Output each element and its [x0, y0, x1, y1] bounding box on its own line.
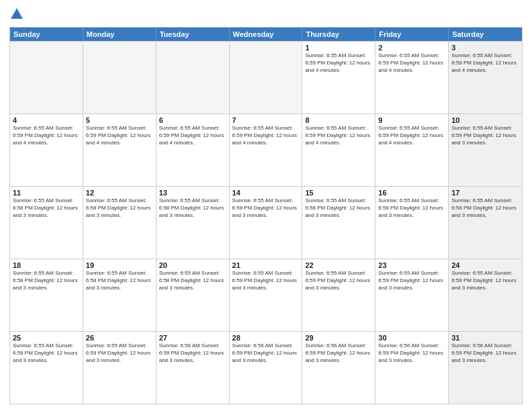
weekday-header: Tuesday [157, 28, 230, 41]
calendar-cell [230, 42, 303, 113]
day-number: 24 [451, 261, 519, 269]
cell-info: Sunrise: 6:55 AM Sunset: 6:59 PM Dayligh… [451, 125, 519, 146]
calendar-cell: 4Sunrise: 6:55 AM Sunset: 6:59 PM Daylig… [10, 114, 83, 186]
cell-info: Sunrise: 6:55 AM Sunset: 6:58 PM Dayligh… [305, 197, 372, 219]
day-number: 11 [13, 189, 80, 197]
day-number: 22 [305, 261, 372, 269]
calendar-cell: 25Sunrise: 6:55 AM Sunset: 6:59 PM Dayli… [10, 332, 83, 404]
day-number: 14 [232, 189, 300, 197]
calendar-cell: 30Sunrise: 6:56 AM Sunset: 6:59 PM Dayli… [375, 332, 449, 404]
day-number: 12 [86, 189, 153, 197]
cell-info: Sunrise: 6:55 AM Sunset: 6:59 PM Dayligh… [13, 125, 80, 146]
day-number: 1 [305, 44, 372, 52]
day-number: 31 [451, 334, 519, 342]
weekday-header: Saturday [449, 28, 522, 41]
calendar-row: 4Sunrise: 6:55 AM Sunset: 6:59 PM Daylig… [10, 113, 522, 186]
calendar-cell: 18Sunrise: 6:55 AM Sunset: 6:58 PM Dayli… [10, 259, 83, 331]
cell-info: Sunrise: 6:55 AM Sunset: 6:58 PM Dayligh… [159, 197, 226, 219]
cell-info: Sunrise: 6:56 AM Sunset: 6:59 PM Dayligh… [232, 342, 300, 364]
day-number: 29 [305, 334, 372, 342]
cell-info: Sunrise: 6:55 AM Sunset: 6:59 PM Dayligh… [451, 270, 519, 291]
day-number: 4 [13, 116, 80, 124]
cell-info: Sunrise: 6:55 AM Sunset: 6:59 PM Dayligh… [86, 342, 153, 364]
cell-info: Sunrise: 6:55 AM Sunset: 6:58 PM Dayligh… [451, 197, 519, 219]
weekday-header: Sunday [10, 28, 83, 41]
cell-info: Sunrise: 6:55 AM Sunset: 6:59 PM Dayligh… [378, 125, 445, 146]
cell-info: Sunrise: 6:55 AM Sunset: 6:59 PM Dayligh… [232, 125, 300, 146]
calendar-row: 25Sunrise: 6:55 AM Sunset: 6:59 PM Dayli… [10, 331, 522, 404]
day-number: 7 [232, 116, 300, 124]
calendar-cell: 16Sunrise: 6:55 AM Sunset: 6:58 PM Dayli… [375, 187, 449, 259]
calendar-cell: 17Sunrise: 6:55 AM Sunset: 6:58 PM Dayli… [449, 187, 522, 259]
calendar-cell: 22Sunrise: 6:55 AM Sunset: 6:59 PM Dayli… [302, 259, 375, 331]
calendar-cell: 29Sunrise: 6:56 AM Sunset: 6:59 PM Dayli… [302, 332, 375, 404]
calendar-cell: 26Sunrise: 6:55 AM Sunset: 6:59 PM Dayli… [83, 332, 157, 404]
day-number: 17 [451, 189, 519, 197]
day-number: 13 [159, 189, 226, 197]
day-number: 8 [305, 116, 372, 124]
cell-info: Sunrise: 6:55 AM Sunset: 6:59 PM Dayligh… [13, 342, 80, 364]
weekday-header: Friday [375, 28, 449, 41]
day-number: 2 [378, 44, 445, 52]
calendar-row: 18Sunrise: 6:55 AM Sunset: 6:58 PM Dayli… [10, 259, 522, 331]
day-number: 19 [86, 261, 153, 269]
calendar-cell: 9Sunrise: 6:55 AM Sunset: 6:59 PM Daylig… [375, 114, 449, 186]
day-number: 18 [13, 261, 80, 269]
day-number: 28 [232, 334, 300, 342]
cell-info: Sunrise: 6:56 AM Sunset: 6:59 PM Dayligh… [451, 342, 519, 364]
day-number: 23 [378, 261, 445, 269]
cell-info: Sunrise: 6:55 AM Sunset: 6:58 PM Dayligh… [232, 197, 300, 219]
calendar-cell: 8Sunrise: 6:55 AM Sunset: 6:59 PM Daylig… [302, 114, 375, 186]
calendar-cell: 11Sunrise: 6:55 AM Sunset: 6:58 PM Dayli… [10, 187, 83, 259]
calendar-cell: 12Sunrise: 6:55 AM Sunset: 6:58 PM Dayli… [83, 187, 157, 259]
day-number: 9 [378, 116, 445, 124]
calendar-body: 1Sunrise: 6:55 AM Sunset: 6:59 PM Daylig… [10, 41, 522, 404]
cell-info: Sunrise: 6:55 AM Sunset: 6:58 PM Dayligh… [13, 197, 80, 219]
day-number: 6 [159, 116, 226, 124]
cell-info: Sunrise: 6:55 AM Sunset: 6:59 PM Dayligh… [232, 270, 300, 291]
calendar-cell: 20Sunrise: 6:55 AM Sunset: 6:58 PM Dayli… [157, 259, 230, 331]
cell-info: Sunrise: 6:56 AM Sunset: 6:59 PM Dayligh… [378, 342, 445, 364]
calendar-cell: 14Sunrise: 6:55 AM Sunset: 6:58 PM Dayli… [230, 187, 303, 259]
calendar-cell: 5Sunrise: 6:55 AM Sunset: 6:59 PM Daylig… [83, 114, 157, 186]
cell-info: Sunrise: 6:55 AM Sunset: 6:59 PM Dayligh… [451, 52, 519, 74]
day-number: 27 [159, 334, 226, 342]
cell-info: Sunrise: 6:55 AM Sunset: 6:58 PM Dayligh… [13, 270, 80, 291]
cell-info: Sunrise: 6:56 AM Sunset: 6:59 PM Dayligh… [305, 342, 372, 364]
cell-info: Sunrise: 6:55 AM Sunset: 6:58 PM Dayligh… [378, 197, 445, 219]
day-number: 10 [451, 116, 519, 124]
calendar-cell [10, 42, 83, 113]
calendar-cell: 7Sunrise: 6:55 AM Sunset: 6:59 PM Daylig… [230, 114, 303, 186]
day-number: 16 [378, 189, 445, 197]
calendar-cell [157, 42, 230, 113]
calendar-cell: 10Sunrise: 6:55 AM Sunset: 6:59 PM Dayli… [449, 114, 522, 186]
calendar-cell: 1Sunrise: 6:55 AM Sunset: 6:59 PM Daylig… [302, 42, 375, 113]
calendar-cell: 6Sunrise: 6:55 AM Sunset: 6:59 PM Daylig… [157, 114, 230, 186]
calendar-cell: 28Sunrise: 6:56 AM Sunset: 6:59 PM Dayli… [230, 332, 303, 404]
weekday-header: Thursday [302, 28, 375, 41]
calendar-cell: 3Sunrise: 6:55 AM Sunset: 6:59 PM Daylig… [449, 42, 522, 113]
cell-info: Sunrise: 6:56 AM Sunset: 6:59 PM Dayligh… [159, 342, 226, 364]
cell-info: Sunrise: 6:55 AM Sunset: 6:59 PM Dayligh… [305, 125, 372, 146]
cell-info: Sunrise: 6:55 AM Sunset: 6:58 PM Dayligh… [86, 197, 153, 219]
cell-info: Sunrise: 6:55 AM Sunset: 6:59 PM Dayligh… [378, 52, 445, 74]
calendar-cell: 13Sunrise: 6:55 AM Sunset: 6:58 PM Dayli… [157, 187, 230, 259]
calendar: SundayMondayTuesdayWednesdayThursdayFrid… [9, 27, 523, 404]
cell-info: Sunrise: 6:55 AM Sunset: 6:59 PM Dayligh… [86, 125, 153, 146]
day-number: 15 [305, 189, 372, 197]
cell-info: Sunrise: 6:55 AM Sunset: 6:59 PM Dayligh… [378, 270, 445, 291]
calendar-cell: 2Sunrise: 6:55 AM Sunset: 6:59 PM Daylig… [375, 42, 449, 113]
calendar-cell: 31Sunrise: 6:56 AM Sunset: 6:59 PM Dayli… [449, 332, 522, 404]
weekday-header: Wednesday [230, 28, 303, 41]
calendar-cell: 27Sunrise: 6:56 AM Sunset: 6:59 PM Dayli… [157, 332, 230, 404]
page: SundayMondayTuesdayWednesdayThursdayFrid… [0, 0, 532, 411]
calendar-cell [83, 42, 157, 113]
cell-info: Sunrise: 6:55 AM Sunset: 6:59 PM Dayligh… [305, 270, 372, 291]
calendar-cell: 19Sunrise: 6:55 AM Sunset: 6:58 PM Dayli… [83, 259, 157, 331]
day-number: 26 [86, 334, 153, 342]
calendar-cell: 24Sunrise: 6:55 AM Sunset: 6:59 PM Dayli… [449, 259, 522, 331]
logo [9, 7, 26, 21]
cell-info: Sunrise: 6:55 AM Sunset: 6:59 PM Dayligh… [305, 52, 372, 74]
day-number: 5 [86, 116, 153, 124]
cell-info: Sunrise: 6:55 AM Sunset: 6:58 PM Dayligh… [159, 270, 226, 291]
